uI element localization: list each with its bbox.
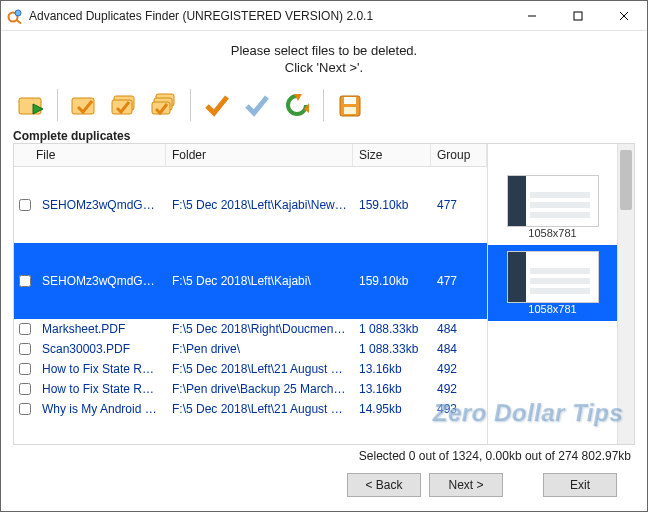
cell-file: How to Fix State Repo... [36, 360, 166, 378]
section-label: Complete duplicates [13, 129, 635, 143]
app-icon [7, 8, 23, 24]
cell-file: SEHOMz3wQmdGDZA... [36, 196, 166, 214]
row-checkbox[interactable] [19, 403, 31, 415]
thumbnail-image [507, 175, 599, 227]
svg-rect-19 [344, 107, 356, 114]
folders-multi-check-icon[interactable] [146, 87, 182, 123]
preview-thumbnail[interactable]: 1058x781 [488, 169, 617, 245]
svg-rect-18 [344, 97, 356, 104]
table-row[interactable]: Scan30003.PDFF:\Pen drive\1 088.33kb484 [14, 339, 487, 359]
row-checkbox[interactable] [19, 323, 31, 335]
cell-file: How to Fix State Repo... [36, 380, 166, 398]
cell-file: SEHOMz3wQmdGDZA... [36, 272, 166, 290]
cell-group: 484 [431, 340, 487, 358]
col-folder[interactable]: Folder [166, 144, 353, 166]
svg-point-2 [15, 10, 21, 16]
table-row[interactable]: SEHOMz3wQmdGDZA...F:\5 Dec 2018\Left\Kaj… [14, 167, 487, 243]
titlebar: Advanced Duplicates Finder (UNREGISTERED… [1, 1, 647, 31]
col-file[interactable]: File [14, 144, 166, 166]
next-button[interactable]: Next > [429, 473, 503, 497]
table-row[interactable]: SEHOMz3wQmdGDZA...F:\5 Dec 2018\Left\Kaj… [14, 243, 487, 319]
status-bar: Selected 0 out of 1324, 0.00kb out of 27… [13, 445, 635, 465]
duplicate-grid: File Folder Size Group SEHOMz3wQmdGDZA..… [13, 143, 635, 445]
folders-check-icon[interactable] [106, 87, 142, 123]
folder-export-icon[interactable] [13, 87, 49, 123]
check-blue-icon[interactable] [239, 87, 275, 123]
row-checkbox[interactable] [19, 383, 31, 395]
minimize-button[interactable] [509, 1, 555, 30]
cell-group: 477 [431, 196, 487, 214]
window-title: Advanced Duplicates Finder (UNREGISTERED… [29, 9, 509, 23]
preview-thumbnail[interactable]: 1058x781 [488, 245, 617, 321]
col-group[interactable]: Group [431, 144, 487, 166]
cell-folder: F:\5 Dec 2018\Left\Kajabi\New folder\ [166, 196, 353, 214]
preview-column: 1058x7811058x781 [487, 144, 617, 444]
cell-size: 1 088.33kb [353, 340, 431, 358]
thumbnail-dimensions: 1058x781 [528, 227, 576, 239]
exit-button[interactable]: Exit [543, 473, 617, 497]
table-row[interactable]: Why is My Android Pho...F:\5 Dec 2018\Le… [14, 399, 487, 419]
grid-header: File Folder Size Group [14, 144, 487, 167]
cell-size: 1 088.33kb [353, 320, 431, 338]
instruction-line1: Please select files to be deleted. [231, 43, 417, 58]
cell-group: 493 [431, 400, 487, 418]
maximize-button[interactable] [555, 1, 601, 30]
toolbar [13, 85, 635, 127]
cell-group: 492 [431, 360, 487, 378]
cell-group: 477 [431, 272, 487, 290]
cell-file: Marksheet.PDF [36, 320, 166, 338]
cell-size: 159.10kb [353, 196, 431, 214]
cell-file: Scan30003.PDF [36, 340, 166, 358]
folder-check-icon[interactable] [66, 87, 102, 123]
row-checkbox[interactable] [19, 363, 31, 375]
cell-group: 484 [431, 320, 487, 338]
row-checkbox[interactable] [19, 199, 31, 211]
cell-folder: F:\Pen drive\Backup 25 March 2018... [166, 380, 353, 398]
cell-size: 159.10kb [353, 272, 431, 290]
back-button[interactable]: < Back [347, 473, 421, 497]
cell-size: 13.16kb [353, 380, 431, 398]
cell-file: Why is My Android Pho... [36, 400, 166, 418]
refresh-icon[interactable] [279, 87, 315, 123]
cell-size: 13.16kb [353, 360, 431, 378]
table-row[interactable]: How to Fix State Repo...F:\5 Dec 2018\Le… [14, 359, 487, 379]
vertical-scrollbar[interactable] [617, 144, 634, 444]
check-orange-icon[interactable] [199, 87, 235, 123]
table-row[interactable]: How to Fix State Repo...F:\Pen drive\Bac… [14, 379, 487, 399]
cell-folder: F:\5 Dec 2018\Right\Doucments\Ce... [166, 320, 353, 338]
cell-folder: F:\5 Dec 2018\Left\21 August 2018\... [166, 360, 353, 378]
svg-line-1 [17, 20, 22, 24]
scrollbar-thumb[interactable] [620, 150, 632, 210]
cell-size: 14.95kb [353, 400, 431, 418]
row-checkbox[interactable] [19, 343, 31, 355]
thumbnail-dimensions: 1058x781 [528, 303, 576, 315]
svg-rect-4 [574, 12, 582, 20]
col-size[interactable]: Size [353, 144, 431, 166]
instruction-text: Please select files to be deleted. Click… [13, 43, 635, 77]
row-checkbox[interactable] [19, 275, 31, 287]
table-row[interactable]: Marksheet.PDFF:\5 Dec 2018\Right\Doucmen… [14, 319, 487, 339]
save-icon[interactable] [332, 87, 368, 123]
close-button[interactable] [601, 1, 647, 30]
cell-folder: F:\5 Dec 2018\Left\Kajabi\ [166, 272, 353, 290]
thumbnail-image [507, 251, 599, 303]
cell-group: 492 [431, 380, 487, 398]
instruction-line2: Click 'Next >'. [285, 60, 363, 75]
cell-folder: F:\5 Dec 2018\Left\21 August 2018\... [166, 400, 353, 418]
cell-folder: F:\Pen drive\ [166, 340, 353, 358]
